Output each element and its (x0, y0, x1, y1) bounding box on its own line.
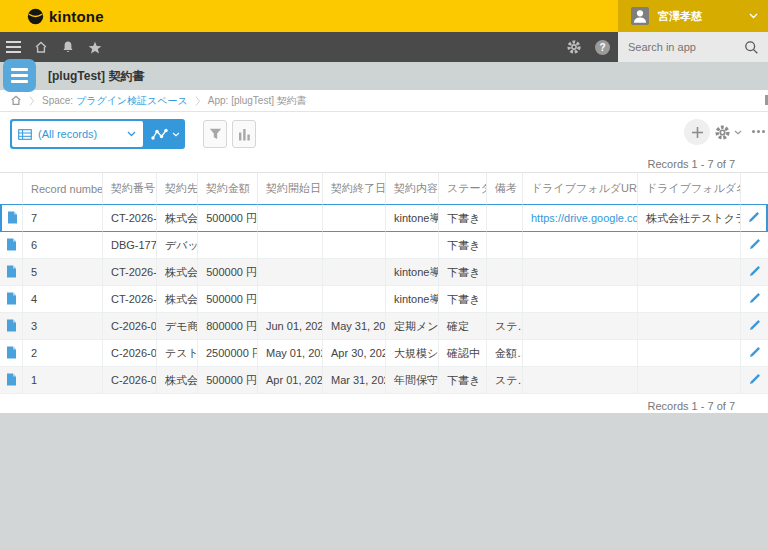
add-record-button[interactable] (684, 119, 710, 145)
table-cell: DBG-177… (103, 232, 157, 259)
table-row[interactable]: 1C-2026-0…株式会…500000 円Apr 01, 2026Mar 31… (0, 367, 768, 394)
table-cell (386, 232, 439, 259)
table-cell (487, 259, 523, 286)
avatar (631, 7, 649, 25)
edit-pencil-icon[interactable] (749, 373, 761, 385)
table-cell: 4 (23, 286, 103, 313)
open-record-cell[interactable] (0, 340, 23, 367)
table-cell: ステ… (487, 313, 523, 340)
table-body: 7CT-2026-…株式会…500000 円kintone導…下書きhttps:… (0, 204, 768, 394)
edit-pencil-icon[interactable] (748, 211, 760, 223)
table-cell (523, 232, 638, 259)
open-record-cell[interactable] (0, 367, 23, 394)
table-cell: 5 (23, 259, 103, 286)
user-name: 宮澤孝慈 (658, 9, 702, 24)
more-options-button[interactable] (752, 130, 765, 133)
chevron-down-icon (127, 131, 136, 137)
table-cell (523, 340, 638, 367)
edit-record-cell[interactable] (741, 286, 768, 313)
table-cell: 株式会… (157, 204, 198, 232)
help-button[interactable]: ? (595, 40, 610, 55)
kintone-record-list-screen: kintone 宮澤孝慈 (0, 0, 768, 549)
view-selector-group: (All records) (10, 119, 185, 149)
search-button[interactable] (734, 32, 768, 62)
settings-button[interactable] (566, 39, 582, 55)
chart-view-toggle[interactable] (145, 119, 185, 149)
column-header: Record number (23, 172, 103, 204)
hamburger-menu-button[interactable] (0, 32, 27, 62)
graph-button[interactable] (232, 120, 256, 148)
chevron-right-icon (29, 96, 35, 106)
edit-record-cell[interactable] (741, 204, 768, 232)
table-cell (198, 232, 258, 259)
table-cell: Jun 01, 2026 (258, 313, 323, 340)
edit-column-header (741, 172, 768, 204)
edit-record-cell[interactable] (741, 232, 768, 259)
user-menu[interactable]: 宮澤孝慈 (618, 0, 768, 32)
edit-pencil-icon[interactable] (749, 346, 761, 358)
table-cell: 下書き (439, 232, 487, 259)
record-document-icon[interactable] (6, 373, 17, 386)
table-cell: デバッ… (157, 232, 198, 259)
table-cell: 3 (23, 313, 103, 340)
search-input[interactable] (618, 41, 734, 53)
record-document-icon[interactable] (6, 238, 17, 251)
table-row[interactable]: 2C-2026-0…テスト…2500000 円May 01, 2026Apr 3… (0, 340, 768, 367)
table-row[interactable]: 5CT-2026-…株式会…500000 円kintone導…下書き (0, 259, 768, 286)
scatter-chart-icon (151, 128, 168, 141)
table-row[interactable]: 7CT-2026-…株式会…500000 円kintone導…下書きhttps:… (0, 204, 768, 232)
drive-folder-link[interactable]: https://drive.google.com/… (531, 212, 638, 224)
edit-pencil-icon[interactable] (749, 292, 761, 304)
kintone-logo[interactable]: kintone (27, 8, 104, 25)
table-cell: 500000 円 (198, 367, 258, 394)
table-row[interactable]: 4CT-2026-…株式会…500000 円kintone導…下書き (0, 286, 768, 313)
record-document-icon[interactable] (6, 292, 17, 305)
table-cell: 定期メン… (386, 313, 439, 340)
table-cell: May 01, 2026 (258, 340, 323, 367)
nav-right-icons: ? (566, 39, 610, 55)
open-record-cell[interactable] (0, 204, 23, 232)
breadcrumb-space-prefix: Space: (42, 95, 73, 106)
edit-record-cell[interactable] (741, 367, 768, 394)
record-list-content: (All records) (0, 112, 768, 413)
record-document-icon[interactable] (6, 265, 17, 278)
app-settings-button[interactable] (714, 124, 742, 141)
table-cell (258, 259, 323, 286)
table-row[interactable]: 6DBG-177…デバッ…下書き (0, 232, 768, 259)
table-cell: 500000 円 (198, 286, 258, 313)
filter-button[interactable] (203, 120, 227, 148)
record-document-icon[interactable] (7, 211, 18, 224)
home-button[interactable] (27, 32, 54, 62)
edit-record-cell[interactable] (741, 340, 768, 367)
open-record-cell[interactable] (0, 232, 23, 259)
breadcrumb: Space: プラグイン検証スペース App: [plugTest] 契約書 (0, 90, 768, 112)
table-row[interactable]: 3C-2026-0…デモ商店800000 円Jun 01, 2026May 31… (0, 313, 768, 340)
edit-record-cell[interactable] (741, 313, 768, 340)
table-cell (258, 232, 323, 259)
record-document-icon[interactable] (6, 319, 17, 332)
open-record-cell[interactable] (0, 313, 23, 340)
chevron-down-icon (749, 13, 758, 19)
chevron-right-icon (195, 96, 201, 106)
app-icon[interactable] (3, 59, 36, 92)
breadcrumb-space-link[interactable]: プラグイン検証スペース (76, 94, 188, 108)
breadcrumb-home-button[interactable] (10, 95, 22, 106)
open-record-cell[interactable] (0, 259, 23, 286)
favorites-button[interactable] (81, 32, 108, 62)
table-cell: C-2026-0… (103, 367, 157, 394)
edit-pencil-icon[interactable] (749, 265, 761, 277)
edit-pencil-icon[interactable] (749, 238, 761, 250)
chevron-down-icon (734, 130, 742, 135)
record-document-icon[interactable] (6, 346, 17, 359)
edit-pencil-icon[interactable] (749, 319, 761, 331)
hamburger-icon (6, 41, 21, 53)
open-record-cell[interactable] (0, 286, 23, 313)
app-header: [plugTest] 契約書 (0, 62, 768, 90)
person-icon (631, 7, 649, 25)
table-cell: 800000 円 (198, 313, 258, 340)
selected-view-label: (All records) (38, 128, 97, 140)
column-header: ドライブフォルダURL (523, 172, 638, 204)
view-selector[interactable]: (All records) (12, 121, 143, 147)
notifications-button[interactable] (54, 32, 81, 62)
edit-record-cell[interactable] (741, 259, 768, 286)
